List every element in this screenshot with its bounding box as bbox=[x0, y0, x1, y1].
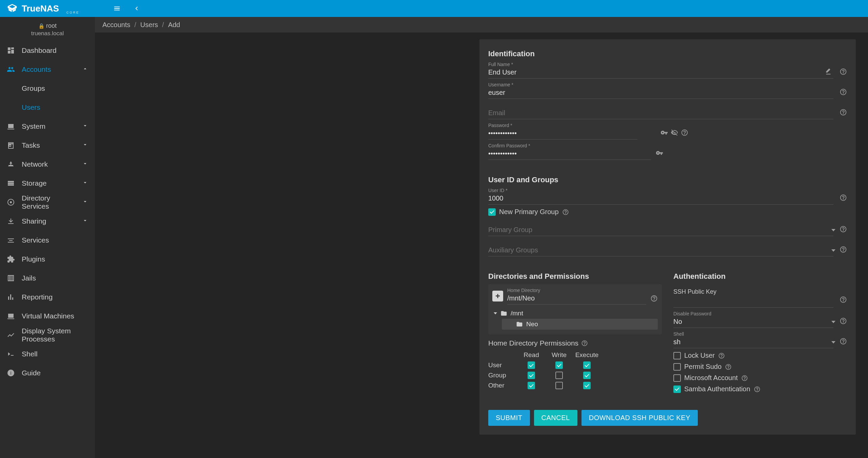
folder-icon bbox=[516, 321, 523, 328]
help-icon[interactable] bbox=[581, 340, 588, 347]
create-dir-button[interactable]: + bbox=[492, 291, 503, 301]
perm-title: Home Directory Permissions bbox=[488, 339, 578, 347]
sidebar-item-label: Network bbox=[22, 160, 48, 168]
help-icon[interactable] bbox=[562, 209, 569, 215]
help-icon[interactable] bbox=[754, 386, 761, 393]
home-dir-input[interactable] bbox=[507, 294, 646, 305]
chevron-down-icon bbox=[82, 122, 88, 130]
perm-user-read[interactable] bbox=[528, 361, 535, 369]
sidebar-item-label: Sharing bbox=[22, 217, 46, 225]
perm-other-read[interactable] bbox=[528, 382, 535, 389]
help-icon[interactable] bbox=[840, 88, 847, 96]
permit-sudo-checkbox[interactable] bbox=[673, 363, 681, 371]
sidebar-item-network[interactable]: Network bbox=[0, 155, 95, 174]
help-icon[interactable] bbox=[840, 246, 847, 253]
sidebar-item-directory-services[interactable]: Directory Services bbox=[0, 193, 95, 212]
shell-select[interactable] bbox=[673, 337, 833, 348]
samba-auth-checkbox[interactable] bbox=[673, 386, 681, 393]
password-input[interactable] bbox=[488, 129, 637, 140]
help-icon[interactable] bbox=[840, 317, 847, 325]
sidebar-item-users[interactable]: Users bbox=[0, 98, 95, 117]
cancel-button[interactable]: CANCEL bbox=[534, 410, 577, 426]
perm-other-write[interactable] bbox=[555, 382, 563, 389]
logo: TrueNAS bbox=[7, 3, 59, 14]
sidebar-item-label: Services bbox=[22, 236, 49, 244]
sidebar-item-label: Users bbox=[22, 103, 40, 111]
sidebar-item-reporting[interactable]: Reporting bbox=[0, 288, 95, 307]
perm-other-exec[interactable] bbox=[583, 382, 591, 389]
sidebar-item-tasks[interactable]: Tasks bbox=[0, 136, 95, 155]
tree-node-mnt[interactable]: /mnt bbox=[492, 308, 658, 319]
sidebar: 🔒root truenas.local Dashboard Accounts G… bbox=[0, 17, 95, 458]
help-icon[interactable] bbox=[840, 296, 847, 303]
perm-hdr-exec: Execute bbox=[575, 351, 599, 359]
help-icon[interactable] bbox=[725, 363, 732, 370]
crumb-accounts[interactable]: Accounts bbox=[102, 21, 130, 29]
aux-groups-select[interactable] bbox=[488, 246, 833, 256]
sidebar-item-label: System bbox=[22, 122, 45, 130]
sidebar-item-plugins[interactable]: Plugins bbox=[0, 250, 95, 269]
sidebar-item-shell[interactable]: Shell bbox=[0, 345, 95, 363]
chevron-down-icon[interactable] bbox=[831, 249, 835, 252]
perm-group-write[interactable] bbox=[555, 372, 563, 379]
edit-icon[interactable] bbox=[825, 68, 832, 75]
sidebar-item-guide[interactable]: i Guide bbox=[0, 363, 95, 382]
key-icon[interactable] bbox=[656, 149, 663, 157]
help-icon[interactable] bbox=[840, 108, 847, 116]
sidebar-item-vms[interactable]: Virtual Machines bbox=[0, 307, 95, 326]
sidebar-item-sysproc[interactable]: Display System Processes bbox=[0, 326, 95, 345]
download-ssh-button[interactable]: DOWNLOAD SSH PUBLIC KEY bbox=[581, 410, 698, 426]
perm-group-exec[interactable] bbox=[583, 372, 591, 379]
help-icon[interactable] bbox=[718, 352, 725, 359]
ms-account-checkbox[interactable] bbox=[673, 374, 681, 382]
key-icon[interactable] bbox=[660, 129, 668, 136]
submit-button[interactable]: SUBMIT bbox=[488, 410, 530, 426]
sidebar-item-label: Tasks bbox=[22, 141, 40, 149]
username-input[interactable] bbox=[488, 88, 833, 99]
help-icon[interactable] bbox=[741, 375, 748, 381]
disable-password-select[interactable] bbox=[673, 317, 833, 328]
lock-user-checkbox[interactable] bbox=[673, 352, 681, 359]
perm-user-exec[interactable] bbox=[583, 361, 591, 369]
full-name-label: Full Name * bbox=[488, 62, 833, 67]
chevron-down-icon bbox=[82, 217, 88, 225]
sidebar-item-sharing[interactable]: Sharing bbox=[0, 212, 95, 231]
sidebar-item-groups[interactable]: Groups bbox=[0, 79, 95, 98]
perm-hdr-write: Write bbox=[547, 351, 571, 359]
perm-user-write[interactable] bbox=[555, 361, 563, 369]
chevron-down-icon[interactable] bbox=[831, 341, 835, 344]
uid-input[interactable] bbox=[488, 194, 833, 205]
menu-toggle-icon[interactable] bbox=[112, 3, 122, 14]
crumb-users[interactable]: Users bbox=[140, 21, 158, 29]
help-icon[interactable] bbox=[840, 337, 847, 345]
ssh-public-key-input[interactable] bbox=[673, 296, 833, 308]
sidebar-item-accounts[interactable]: Accounts bbox=[0, 60, 95, 79]
help-icon[interactable] bbox=[681, 129, 688, 136]
back-icon[interactable] bbox=[132, 3, 142, 14]
tree-node-label: /mnt bbox=[511, 310, 523, 317]
sidebar-item-storage[interactable]: Storage bbox=[0, 174, 95, 193]
shell-label: Shell bbox=[673, 331, 833, 337]
help-icon[interactable] bbox=[840, 68, 847, 75]
full-name-input[interactable] bbox=[488, 68, 833, 79]
perm-group-read[interactable] bbox=[528, 372, 535, 379]
help-icon[interactable] bbox=[840, 225, 847, 233]
sidebar-item-dashboard[interactable]: Dashboard bbox=[0, 41, 95, 60]
confirm-password-input[interactable] bbox=[488, 149, 651, 160]
email-input[interactable] bbox=[488, 108, 833, 119]
new-primary-group-checkbox[interactable] bbox=[488, 208, 496, 216]
sidebar-item-services[interactable]: Services bbox=[0, 231, 95, 250]
sidebar-item-label: Dashboard bbox=[22, 46, 57, 55]
sidebar-item-jails[interactable]: Jails bbox=[0, 269, 95, 288]
help-icon[interactable] bbox=[840, 194, 847, 201]
chevron-down-icon bbox=[82, 160, 88, 168]
folder-icon bbox=[500, 310, 507, 317]
help-icon[interactable] bbox=[650, 295, 658, 302]
visibility-off-icon[interactable] bbox=[671, 129, 678, 136]
sidebar-item-system[interactable]: System bbox=[0, 117, 95, 136]
lock-user-label: Lock User bbox=[684, 352, 715, 359]
tree-caret-icon[interactable] bbox=[494, 312, 497, 314]
chevron-down-icon bbox=[82, 179, 88, 187]
chevron-down-icon[interactable] bbox=[831, 321, 835, 323]
tree-node-neo[interactable]: Neo bbox=[502, 319, 658, 330]
